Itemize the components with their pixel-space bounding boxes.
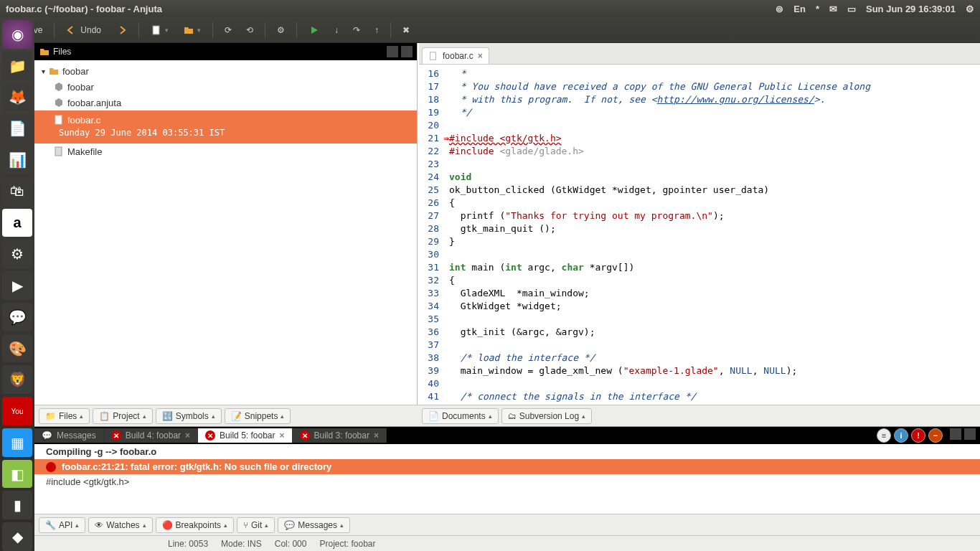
msg-error-icon[interactable]: ! — [911, 428, 925, 443]
msg-info-icon[interactable]: i — [894, 428, 908, 443]
main-toolbar: Save Undo ▾ ▾ ⟳ ⟲ ⚙ ↓ ↷ ↑ ✖ — [0, 17, 980, 43]
code-area[interactable]: * * You should have received a copy of t… — [443, 65, 980, 405]
minimize-pane-icon[interactable] — [387, 46, 398, 57]
build-icon[interactable]: ⚙ — [273, 22, 289, 38]
dock-tab-project[interactable]: 📋Project▴ — [93, 408, 152, 424]
step-icon2[interactable]: ⟲ — [242, 22, 258, 38]
msg-stop-icon[interactable]: − — [928, 428, 943, 443]
svg-rect-5 — [430, 52, 436, 60]
msg-filter-icon[interactable]: ≡ — [877, 428, 891, 443]
tree-item-date: Sunday 29 June 2014 03:55:31 IST — [59, 128, 417, 141]
open-button[interactable]: ▾ — [179, 22, 205, 39]
dock-tab-svn[interactable]: 🗂Subversion Log▴ — [501, 408, 592, 424]
launcher-vlc[interactable]: ▶ — [2, 271, 32, 300]
launcher-app3[interactable]: 🎨 — [2, 334, 32, 363]
bottom-dock-tabs: 🔧API▴ 👁Watches▴ 🔴Breakpoints▴ ⑂Git▴ 💬Mes… — [34, 514, 980, 535]
messages-body[interactable]: Compiling -g --> foobar.o foobar.c:21:21… — [34, 444, 980, 514]
status-col: Col: 000 — [275, 539, 307, 549]
close-tab-icon[interactable]: × — [280, 430, 285, 441]
dock-tab-watches[interactable]: 👁Watches▴ — [88, 517, 152, 533]
bluetooth-icon[interactable]: * — [816, 4, 819, 14]
status-project: Project: foobar — [319, 539, 375, 549]
messages-tab[interactable]: ✕Build 4: foobar× — [104, 428, 198, 443]
launcher-software[interactable]: 🛍 — [2, 177, 32, 206]
editor-tab[interactable]: foobar.c × — [422, 47, 489, 64]
error-dot-icon — [46, 462, 56, 472]
statusbar: Line: 0053 Mode: INS Col: 000 Project: f… — [34, 535, 980, 551]
tree-item[interactable]: Makefile — [34, 143, 417, 159]
dock-tab-git[interactable]: ⑂Git▴ — [237, 517, 275, 533]
debug-step-over-icon[interactable]: ↷ — [349, 22, 364, 38]
tree-root[interactable]: ▾ foobar — [34, 63, 417, 79]
editor-body[interactable]: 1617181920212223242526272829303132333435… — [418, 65, 980, 405]
dock-tab-snippets[interactable]: 📝Snippets▴ — [225, 408, 291, 424]
tree-item[interactable]: foobar — [34, 79, 417, 95]
msg-min-icon[interactable] — [950, 428, 961, 440]
messages-tab[interactable]: ✕Build 3: foobar× — [293, 428, 387, 443]
system-tray: ⊚ En * ✉ ▭ Sun Jun 29 16:39:01 ⚙ — [776, 4, 974, 14]
tree-item-selected[interactable]: foobar.c Sunday 29 June 2014 03:55:31 IS… — [34, 110, 417, 143]
line-gutter: 1617181920212223242526272829303132333435… — [418, 65, 443, 405]
messages-tab[interactable]: ✕Build 5: foobar× — [198, 428, 292, 443]
launcher-anjuta[interactable]: ◆ — [2, 522, 32, 551]
launcher-dash[interactable]: ◉ — [2, 20, 32, 49]
files-pane-title: Files — [53, 47, 71, 57]
step-icon[interactable]: ⟳ — [220, 22, 236, 38]
tree-item[interactable]: foobar.anjuta — [34, 95, 417, 110]
dock-tab-messages[interactable]: 💬Messages▴ — [278, 517, 350, 533]
error-dot-icon: ✕ — [111, 430, 121, 441]
msg-close-icon[interactable] — [964, 428, 976, 440]
keyboard-lang[interactable]: En — [793, 4, 806, 14]
stop-icon[interactable]: ✖ — [398, 22, 414, 38]
svg-rect-4 — [55, 147, 62, 156]
launcher-pidgin[interactable]: 💬 — [2, 303, 32, 331]
battery-icon[interactable]: ▭ — [847, 4, 856, 14]
window-title: foobar.c (~/foobar) - foobar - Anjuta — [6, 4, 776, 14]
msg-error-line[interactable]: foobar.c:21:21: fatal error: gtk/gtk.h: … — [34, 459, 980, 474]
editor-tab-label: foobar.c — [443, 51, 473, 61]
svg-rect-2 — [153, 26, 159, 34]
debug-step-in-icon[interactable]: ↓ — [330, 22, 343, 38]
launcher-app4[interactable]: 🦁 — [2, 365, 32, 394]
left-dock-tabs: 📁Files▴ 📋Project▴ 🔣Symbols▴ 📝Snippets▴ — [34, 405, 418, 426]
launcher-terminal[interactable]: ▮ — [2, 491, 32, 519]
unity-launcher: ◉ 📁 🦊 📄 📊 🛍 a ⚙ ▶ 💬 🎨 🦁 You ▦ ◧ ▮ ◆ — [0, 17, 34, 551]
editor-tabbar: foobar.c × — [419, 43, 980, 65]
launcher-app2[interactable]: 📊 — [2, 146, 32, 174]
error-dot-icon: ✕ — [205, 430, 215, 441]
messages-tab[interactable]: 💬Messages — [34, 428, 104, 443]
clock[interactable]: Sun Jun 29 16:39:01 — [866, 4, 956, 14]
launcher-youtube[interactable]: You — [2, 397, 32, 425]
launcher-settings[interactable]: ⚙ — [2, 240, 32, 268]
debug-step-out-icon[interactable]: ↑ — [370, 22, 383, 38]
close-pane-icon[interactable] — [401, 46, 413, 57]
dock-tab-symbols[interactable]: 🔣Symbols▴ — [156, 408, 222, 424]
files-pane-header: Files — [34, 43, 417, 60]
dock-tab-files[interactable]: 📁Files▴ — [39, 408, 90, 424]
close-tab-icon[interactable]: × — [185, 430, 190, 441]
wifi-icon[interactable]: ⊚ — [776, 4, 783, 14]
mail-icon[interactable]: ✉ — [829, 4, 837, 14]
gear-icon[interactable]: ⚙ — [966, 4, 974, 14]
new-file-button[interactable]: ▾ — [146, 22, 173, 39]
launcher-amazon[interactable]: a — [2, 209, 32, 237]
redo-button[interactable] — [111, 22, 131, 39]
launcher-files[interactable]: 📁 — [2, 52, 32, 80]
msg-include-line: #include <gtk/gtk.h> — [34, 474, 980, 489]
launcher-firefox[interactable]: 🦊 — [2, 83, 32, 112]
undo-button[interactable]: Undo — [62, 22, 105, 39]
close-tab-icon[interactable]: × — [374, 430, 379, 441]
messages-tabbar: 💬Messages✕Build 4: foobar×✕Build 5: foob… — [34, 427, 980, 444]
file-tree[interactable]: ▾ foobar foobar foobar.anjuta foobar.c — [34, 60, 417, 405]
error-dot-icon: ✕ — [300, 430, 310, 441]
run-button[interactable] — [304, 22, 324, 39]
dock-tab-documents[interactable]: 📄Documents▴ — [422, 408, 499, 424]
close-tab-icon[interactable]: × — [478, 51, 483, 61]
svg-rect-3 — [55, 116, 62, 124]
dock-tab-api[interactable]: 🔧API▴ — [39, 517, 85, 533]
launcher-app1[interactable]: 📄 — [2, 114, 32, 143]
dock-tab-breakpoints[interactable]: 🔴Breakpoints▴ — [156, 517, 234, 533]
launcher-app6[interactable]: ◧ — [2, 460, 32, 489]
messages-pane: 💬Messages✕Build 4: foobar×✕Build 5: foob… — [34, 426, 980, 551]
launcher-app5[interactable]: ▦ — [2, 428, 32, 457]
